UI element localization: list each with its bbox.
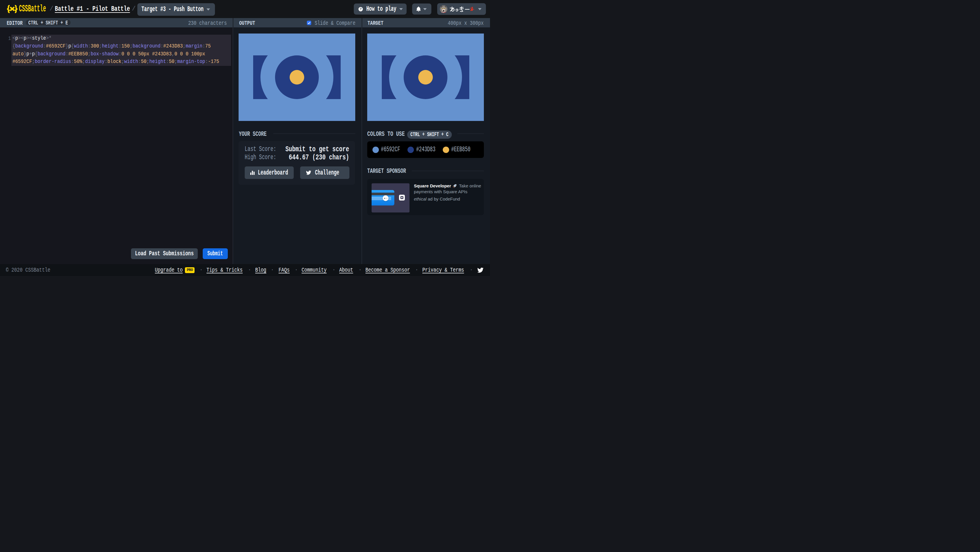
svg-text:?: ? xyxy=(360,7,362,11)
